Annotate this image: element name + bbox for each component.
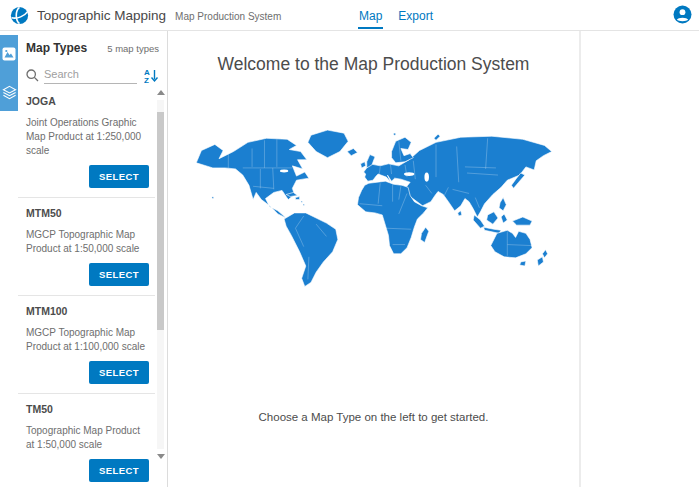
map-type-description: Joint Operations Graphic Map Product at …: [26, 116, 149, 158]
sidebar-tool-strip: [0, 35, 18, 111]
select-button[interactable]: SELECT: [89, 459, 149, 482]
island-java: [483, 227, 501, 233]
svg-text:Z: Z: [144, 76, 149, 84]
island-new-zealand-north: [542, 250, 547, 258]
map-types-sidebar: Map Types 5 map types A Z JOGA Joint Ope…: [0, 31, 168, 487]
world-map-graphic: [188, 126, 560, 310]
map-type-list: JOGA Joint Operations Graphic Map Produc…: [18, 86, 155, 487]
map-type-description: MGCP Topographic Map Product at 1:100,00…: [26, 326, 149, 354]
island-novaya-zemlya: [433, 134, 439, 140]
app-title: Topographic Mapping: [37, 8, 166, 23]
user-avatar-button[interactable]: [673, 5, 692, 24]
sidebar-scrollbar: [156, 88, 165, 461]
card-button-row: SELECT: [26, 165, 149, 188]
map-type-card: MTM50 MGCP Topographic Map Product at 1:…: [18, 198, 155, 296]
select-button[interactable]: SELECT: [89, 361, 149, 384]
map-type-description: Topographic Map Product at 1:50,000 scal…: [26, 424, 149, 452]
region-scandinavia: [391, 137, 413, 163]
layers-icon: [2, 85, 17, 100]
map-type-name: MTM50: [26, 205, 149, 219]
island-greenland: [307, 130, 347, 158]
island-borneo: [486, 212, 497, 224]
panel-header: Map Types 5 map types: [18, 31, 167, 55]
continent-north-america: [196, 138, 309, 218]
search-row: A Z: [18, 55, 167, 85]
island-new-zealand-south: [537, 257, 543, 266]
sea-black: [403, 172, 413, 176]
map-type-description: MGCP Topographic Map Product at 1:50,000…: [26, 228, 149, 256]
nav-tab-export[interactable]: Export: [397, 3, 434, 29]
map-type-card: JOGA Joint Operations Graphic Map Produc…: [18, 86, 155, 198]
lakes-great: [279, 170, 287, 173]
map-type-name: MTM100: [26, 303, 149, 317]
scroll-up-button[interactable]: [156, 88, 165, 98]
island-new-guinea: [512, 217, 532, 225]
scrollbar-thumb[interactable]: [157, 112, 164, 330]
globe-logo-icon: [10, 6, 29, 25]
body-row: Map Types 5 map types A Z JOGA Joint Ope…: [0, 31, 699, 487]
island-sri-lanka: [457, 211, 461, 216]
sea-caspian: [424, 173, 429, 182]
map-type-card: MTM100 MGCP Topographic Map Product at 1…: [18, 296, 155, 394]
card-button-row: SELECT: [26, 361, 149, 384]
island-antilles: [300, 201, 301, 202]
island-ireland: [360, 162, 365, 168]
card-button-row: SELECT: [26, 459, 149, 482]
island-sumatra: [473, 215, 484, 228]
panel-title: Map Types: [26, 41, 87, 55]
welcome-title: Welcome to the Map Production System: [168, 54, 579, 75]
world-map-container: [168, 126, 579, 314]
island-philippines: [499, 198, 506, 211]
map-product-icon: [2, 47, 16, 61]
search-icon: [26, 69, 39, 82]
island-svalbard: [393, 133, 395, 135]
scroll-down-button[interactable]: [156, 451, 165, 461]
card-button-row: SELECT: [26, 263, 149, 286]
island-iceland: [347, 148, 357, 155]
nav-tab-map[interactable]: Map: [358, 3, 383, 29]
map-product-tool-button[interactable]: [0, 35, 18, 73]
getting-started-caption: Choose a Map Type on the left to get sta…: [168, 411, 579, 423]
search-input[interactable]: [44, 66, 137, 84]
content-background: [581, 31, 699, 487]
map-type-name: TM50: [26, 401, 149, 415]
map-type-count: 5 map types: [107, 43, 159, 54]
app-subtitle: Map Production System: [175, 11, 281, 22]
top-nav: Map Export: [358, 0, 434, 31]
island-antilles-2: [303, 204, 304, 205]
continent-australia: [490, 230, 531, 258]
select-button[interactable]: SELECT: [89, 165, 149, 188]
select-button[interactable]: SELECT: [89, 263, 149, 286]
island-hawaii: [211, 197, 213, 199]
island-hispaniola: [295, 197, 299, 200]
map-type-card: TM50 Topographic Map Product at 1:50,000…: [18, 394, 155, 487]
island-madagascar: [420, 227, 428, 242]
layers-tool-button[interactable]: [0, 73, 18, 111]
sort-alpha-ascending-icon[interactable]: A Z: [144, 67, 159, 83]
map-type-name: JOGA: [26, 93, 149, 107]
app-header: Topographic Mapping Map Production Syste…: [0, 0, 699, 31]
continent-south-america: [284, 213, 338, 287]
island-sulawesi: [501, 214, 507, 223]
sidebar-content: Map Types 5 map types A Z JOGA Joint Ope…: [18, 31, 167, 487]
welcome-panel: Welcome to the Map Production System: [168, 31, 581, 487]
island-tasmania: [519, 261, 525, 266]
